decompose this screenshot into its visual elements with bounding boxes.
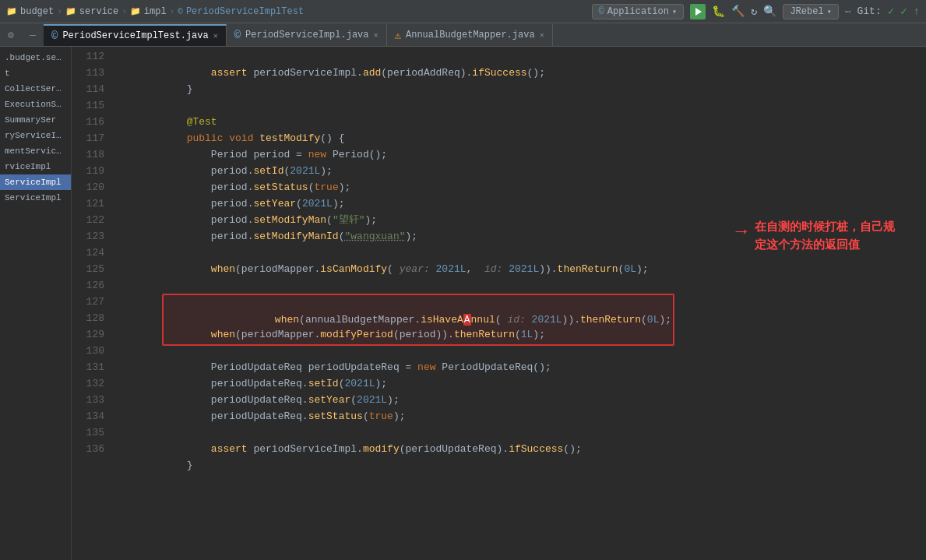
breadcrumb-budget[interactable]: budget	[20, 6, 54, 17]
breadcrumb-service[interactable]: service	[79, 6, 118, 17]
sidebar-item-collectservi[interactable]: CollectServi	[0, 81, 71, 97]
line-num-128: 128	[72, 310, 104, 326]
sidebar-item-executionser[interactable]: ExecutionSer	[0, 97, 71, 112]
breadcrumb-impl[interactable]: impl	[144, 6, 167, 17]
toolbar: 📁 budget › 📁 service › 📁 impl › © Period…	[0, 0, 926, 23]
code-line-119: period.setStatus(true);	[114, 163, 926, 179]
line-num-119: 119	[72, 163, 104, 179]
toolbar-icons: ⋯	[845, 5, 851, 18]
sidebar-item-mentservicei[interactable]: mentServiceI	[0, 143, 71, 159]
sidebar-item-serviceimpl-active[interactable]: ServiceImpl	[0, 174, 71, 190]
editor[interactable]: 112 🔒113 114 115 116 117 118 119 120 121…	[72, 47, 926, 560]
code-line-118: period.setId(2021L);	[114, 146, 926, 163]
line-num-117: 117	[72, 130, 104, 146]
tab-test-icon: ©	[51, 30, 58, 42]
app-icon: ©	[599, 6, 604, 17]
tab-warn-icon: ⚠	[395, 29, 401, 42]
reload-icon[interactable]: ↻	[751, 5, 757, 18]
tab-test-icon-2: ©	[234, 29, 241, 41]
line-num-130: 130	[72, 343, 104, 359]
class-icon: ©	[178, 7, 183, 16]
tab-label-2: AnnualBudgetMapper.java	[406, 30, 535, 41]
code-line-113: }	[114, 65, 926, 81]
tabbar: ⚙ — © PeriodServiceImplTest.java ✕ © Per…	[0, 23, 926, 47]
tab-label-1: PeriodServiceImpl.java	[245, 30, 368, 41]
run-triangle-icon	[695, 8, 702, 16]
toolbar-right: © Application ▾ 🐛 🔨 ↻ 🔍 JRebel ▾ ⋯ Git: …	[592, 4, 920, 19]
line-num-126: 💡126	[72, 277, 104, 294]
more-icon[interactable]: ⋯	[845, 5, 851, 18]
code-line-128: when(periodMapper.modifyPeriod(period)).…	[114, 310, 926, 326]
sidebar-item-1[interactable]: t	[0, 65, 71, 81]
debug-icon[interactable]: 🐛	[712, 5, 725, 18]
code-line-112: assert periodServiceImpl.add(periodAddRe…	[114, 48, 926, 65]
sidebar-item-summaryser[interactable]: SummarySer	[0, 112, 71, 128]
git-arrow-icon[interactable]: ↑	[914, 5, 920, 18]
breadcrumb-class[interactable]: PeriodServiceImplTest	[186, 6, 304, 17]
line-num-127: 127	[72, 294, 104, 310]
line-num-121: 121	[72, 195, 104, 212]
git-check-icon-2[interactable]: ✓	[900, 5, 907, 18]
breadcrumb: 📁 budget › 📁 service › 📁 impl › © Period…	[6, 6, 304, 17]
code-line-115: @Test	[114, 97, 926, 114]
callout-arrow-icon: →	[736, 221, 747, 242]
line-num-123: 123	[72, 228, 104, 245]
code-line-117: Period period = new Period();	[114, 130, 926, 146]
folder-icon-2: 📁	[65, 6, 76, 16]
jrebel-label: JRebel	[790, 6, 823, 17]
tab-close-1[interactable]: ✕	[374, 30, 378, 40]
tab-period-service-impl-test[interactable]: © PeriodServiceImplTest.java ✕	[44, 24, 227, 46]
code-line-136: }	[114, 441, 926, 457]
line-num-136: 🔒136	[72, 441, 104, 457]
sidebar-item-0[interactable]: .budget.servi	[0, 50, 71, 65]
line-num-124: 124	[72, 245, 104, 261]
tab-close-0[interactable]: ✕	[213, 31, 218, 41]
line-num-131: 131	[72, 359, 104, 375]
code-line-130: PeriodUpdateReq periodUpdateReq = new Pe…	[114, 343, 926, 359]
line-num-132: 132	[72, 375, 104, 392]
tab-annual-budget-mapper[interactable]: ⚠ AnnualBudgetMapper.java ✕	[387, 24, 553, 46]
code-line-126: when(annualBudgetMapper.isHaveAAnnul( id…	[114, 277, 926, 294]
run-button[interactable]	[690, 4, 706, 19]
code-line-131: periodUpdateReq.setId(2021L);	[114, 359, 926, 375]
callout-annotation: → 在自测的时候打桩，自己规定这个方法的返回值	[736, 218, 895, 253]
line-gutter: 112 🔒113 114 115 116 117 118 119 120 121…	[72, 47, 111, 560]
line-num-112: 112	[72, 48, 104, 65]
tab-label-0: PeriodServiceImplTest.java	[62, 30, 208, 41]
sidebar: .budget.servi t CollectServi ExecutionSe…	[0, 47, 72, 560]
line-num-114: 114	[72, 81, 104, 97]
search-icon[interactable]: 🔍	[763, 5, 776, 18]
line-num-113: 🔒113	[72, 65, 104, 81]
git-check-icon[interactable]: ✓	[888, 5, 894, 18]
code-line-127	[114, 294, 926, 310]
code-area[interactable]: assert periodServiceImpl.add(periodAddRe…	[111, 47, 926, 560]
code-line-134	[114, 408, 926, 424]
collapse-icon[interactable]: —	[22, 24, 44, 46]
app-label: Application	[607, 6, 669, 17]
code-line-114	[114, 81, 926, 97]
line-num-133: 133	[72, 392, 104, 408]
code-line-132: periodUpdateReq.setYear(2021L);	[114, 375, 926, 392]
settings-icon[interactable]: ⚙	[0, 24, 22, 46]
tab-close-2[interactable]: ✕	[540, 30, 544, 40]
line-num-134: 134	[72, 408, 104, 424]
build-icon[interactable]: 🔨	[731, 5, 745, 18]
chevron-down-icon: ▾	[672, 7, 677, 16]
sidebar-item-ryserviceimpl[interactable]: ryServiceImpl	[0, 128, 71, 143]
folder-icon-3: 📁	[130, 6, 141, 16]
code-line-125	[114, 261, 926, 277]
code-line-116: public void testModify() {	[114, 114, 926, 130]
code-line-121: period.setModifyMan("望轩");	[114, 195, 926, 212]
callout-text: 在自测的时候打桩，自己规定这个方法的返回值	[755, 218, 895, 253]
code-line-133: periodUpdateReq.setStatus(true);	[114, 392, 926, 408]
line-num-118: 118	[72, 146, 104, 163]
sidebar-item-rviceimpl[interactable]: rviceImpl	[0, 159, 71, 174]
tab-period-service-impl[interactable]: © PeriodServiceImpl.java ✕	[227, 24, 387, 46]
folder-icon: 📁	[6, 6, 17, 16]
jrebel-dropdown[interactable]: JRebel ▾	[783, 4, 838, 19]
chevron-down-icon-2: ▾	[827, 7, 832, 16]
line-num-116: 116	[72, 114, 104, 130]
sidebar-item-serviceimpl-2[interactable]: ServiceImpl	[0, 190, 71, 206]
app-dropdown[interactable]: © Application ▾	[592, 4, 684, 19]
code-line-129	[114, 326, 926, 343]
